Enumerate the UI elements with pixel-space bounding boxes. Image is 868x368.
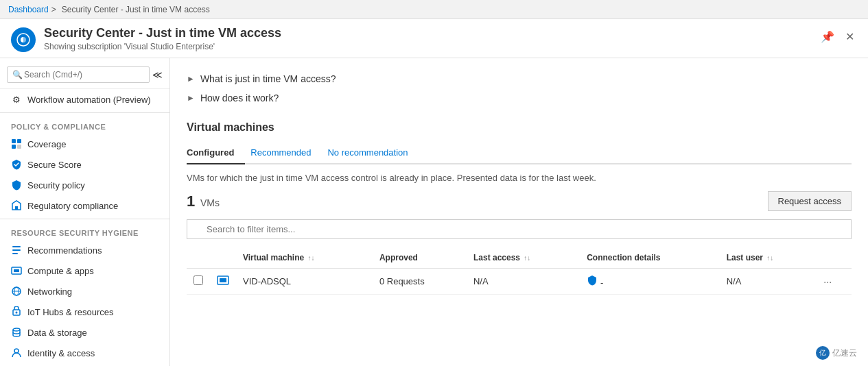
sidebar-item-security-policy[interactable]: Security policy [0, 175, 169, 195]
section-header-hygiene: RESOURCE SECURITY HYGIENE [0, 222, 169, 240]
close-button[interactable]: ✕ [843, 29, 857, 45]
vm-table: Virtual machine ↑↓ Approved Last access … [187, 247, 852, 295]
breadcrumb-separator: > [51, 5, 56, 14]
sidebar-networking-label: Networking [27, 286, 72, 297]
svg-point-16 [13, 328, 20, 331]
header-icon [11, 27, 36, 52]
search-icon: 🔍 [12, 70, 23, 79]
svg-rect-19 [220, 278, 226, 282]
sidebar-search-container: 🔍 ≪ [0, 61, 169, 89]
vm-count-number: 1 [187, 193, 195, 210]
svg-rect-6 [12, 246, 21, 247]
sidebar-data-label: Data & storage [27, 328, 87, 338]
sidebar-item-regulatory[interactable]: Regulatory compliance [0, 195, 169, 216]
regulatory-icon [11, 200, 22, 211]
content-area: ► What is just in time VM access? ► How … [170, 58, 868, 366]
vm-count-bar: 1 VMs Request access [187, 191, 852, 211]
col-connection: Connection details [580, 247, 719, 269]
row-checkbox-cell [187, 269, 210, 295]
row-more-actions: ··· [817, 269, 852, 295]
svg-rect-4 [17, 145, 21, 149]
row-icon-cell [210, 269, 236, 295]
row-checkbox[interactable] [193, 275, 203, 285]
sidebar-divider-1 [0, 112, 169, 113]
breadcrumb-current: Security Center - Just in time VM access [62, 5, 210, 14]
sidebar-item-data[interactable]: Data & storage [0, 322, 169, 343]
col-vm-name: Virtual machine ↑↓ [236, 247, 373, 269]
collapse-sidebar-button[interactable]: ≪ [152, 69, 163, 80]
sort-icon-vm: ↑↓ [308, 254, 315, 262]
pin-button[interactable]: 📌 [818, 29, 837, 45]
svg-rect-2 [17, 139, 21, 143]
networking-icon [11, 286, 22, 297]
row-connection-text: - [600, 278, 603, 288]
header-left: Security Center - Just in time VM access… [11, 26, 281, 52]
workflow-icon: ⚙ [11, 94, 22, 105]
sidebar-secure-score-label: Secure Score [27, 160, 82, 170]
section-title: Virtual machines [187, 121, 852, 134]
faq-label-2: How does it work? [200, 93, 279, 103]
breadcrumb-dashboard[interactable]: Dashboard [8, 5, 49, 14]
main-layout: 🔍 ≪ ⚙ Workflow automation (Preview) POLI… [0, 58, 868, 366]
col-icon [210, 247, 236, 269]
svg-rect-1 [12, 139, 16, 143]
sidebar-item-compute[interactable]: Compute & apps [0, 260, 169, 281]
more-options-icon[interactable]: ··· [823, 276, 832, 287]
chevron-right-icon-2: ► [187, 93, 195, 103]
sidebar-item-coverage[interactable]: Coverage [0, 134, 169, 154]
sidebar-identity-label: Identity & access [27, 348, 95, 358]
iot-icon [11, 306, 22, 317]
page-title: Security Center - Just in time VM access [44, 26, 281, 40]
filter-search-wrap: 🔍 [187, 219, 852, 239]
col-actions [817, 247, 852, 269]
data-icon [11, 327, 22, 338]
tab-no-recommendation[interactable]: No recommendation [327, 142, 419, 164]
sidebar-regulatory-label: Regulatory compliance [27, 201, 118, 211]
filter-search-input[interactable] [187, 219, 852, 239]
col-last-user: Last user ↑↓ [720, 247, 817, 269]
col-approved: Approved [373, 247, 467, 269]
vm-count: 1 VMs [187, 193, 220, 210]
header-text: Security Center - Just in time VM access… [44, 26, 281, 51]
faq-item-1[interactable]: ► What is just in time VM access? [187, 69, 852, 88]
security-policy-icon [11, 180, 22, 191]
recommendations-icon [11, 245, 22, 256]
sidebar-item-iot[interactable]: IoT Hubs & resources [0, 302, 169, 322]
sort-icon-user: ↑↓ [766, 254, 773, 262]
description-text: VMs for which the just in time VM access… [187, 173, 852, 183]
table-row: VID-ADSQL 0 Requests N/A - N/A ··· [187, 269, 852, 295]
tab-configured[interactable]: Configured [187, 142, 245, 164]
secure-score-icon [11, 159, 22, 170]
sidebar-compute-label: Compute & apps [27, 266, 94, 276]
svg-rect-5 [15, 206, 18, 210]
shield-icon [587, 277, 600, 288]
header-actions: 📌 ✕ [818, 29, 857, 45]
watermark: 亿 亿速云 [816, 346, 857, 360]
row-last-user: N/A [720, 269, 817, 295]
watermark-logo: 亿 [816, 346, 830, 360]
svg-rect-8 [12, 253, 18, 254]
search-input[interactable] [7, 66, 150, 83]
svg-point-15 [16, 312, 18, 314]
sidebar-iot-label: IoT Hubs & resources [27, 307, 113, 317]
row-connection-details: - [580, 269, 719, 295]
sidebar-item-secure-score[interactable]: Secure Score [0, 154, 169, 175]
faq-item-2[interactable]: ► How does it work? [187, 88, 852, 108]
chevron-right-icon-1: ► [187, 74, 195, 84]
sidebar: 🔍 ≪ ⚙ Workflow automation (Preview) POLI… [0, 58, 170, 366]
sidebar-item-workflow[interactable]: ⚙ Workflow automation (Preview) [0, 89, 169, 110]
sidebar-item-identity[interactable]: Identity & access [0, 343, 169, 363]
svg-rect-7 [12, 249, 21, 251]
vm-count-label: VMs [200, 197, 220, 208]
row-vm-name: VID-ADSQL [236, 269, 373, 295]
svg-rect-10 [14, 269, 19, 272]
faq-label-1: What is just in time VM access? [200, 73, 336, 84]
sidebar-item-recommendations[interactable]: Recommendations [0, 240, 169, 260]
tab-recommended[interactable]: Recommended [250, 142, 322, 164]
watermark-text: 亿速云 [832, 347, 857, 359]
vm-type-icon [217, 278, 229, 289]
sidebar-item-networking[interactable]: Networking [0, 281, 169, 302]
request-access-button[interactable]: Request access [768, 191, 852, 211]
col-checkbox [187, 247, 210, 269]
svg-point-17 [14, 349, 19, 353]
